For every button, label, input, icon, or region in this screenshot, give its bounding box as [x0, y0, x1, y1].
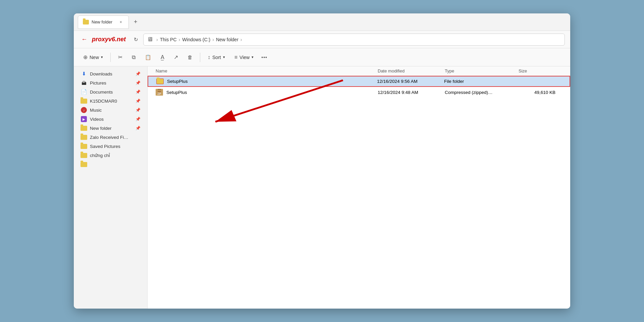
pin-icon-music: 📌 — [136, 108, 141, 112]
sidebar-item-pictures[interactable]: 🏔 Pictures 📌 — [75, 78, 146, 87]
sidebar-videos-label: Videos — [90, 117, 104, 122]
file-row-setupplus-zip[interactable]: ZIP SetupPlus 12/16/2024 9:48 AM Compres… — [148, 87, 570, 98]
rename-icon: A̲ — [161, 54, 164, 60]
sidebar: ⬇ Downloads 📌 🏔 Pictures 📌 📄 Documents — [74, 66, 148, 309]
savedpictures-folder-icon — [80, 144, 87, 149]
file-size-setupplus-zip: 49,610 KB — [519, 90, 562, 95]
sidebar-item-k15dcmar0[interactable]: K15DCMAR0 📌 — [75, 97, 146, 105]
annotation-arrow — [148, 66, 570, 309]
view-button[interactable]: ≡ View ▾ — [230, 52, 258, 62]
file-date-setupplus-folder: 12/16/2024 9:56 AM — [377, 79, 444, 84]
sidebar-item-blank[interactable] — [75, 160, 146, 169]
main-content: ⬇ Downloads 📌 🏔 Pictures 📌 📄 Documents — [74, 66, 570, 309]
breadcrumb-sep-2: › — [212, 37, 214, 42]
sidebar-item-documents[interactable]: 📄 Documents 📌 — [75, 88, 146, 96]
new-chevron-icon: ▾ — [101, 55, 103, 59]
videos-icon: ▶ — [80, 116, 87, 122]
paste-icon: 📋 — [145, 54, 151, 60]
copy-button[interactable]: ⧉ — [128, 52, 140, 62]
pin-icon-pictures: 📌 — [136, 80, 141, 85]
breadcrumb-sep-1: › — [179, 37, 180, 42]
sidebar-item-zalo[interactable]: Zalo Received Fi… — [75, 133, 146, 142]
monitor-icon: 🖥 — [147, 36, 153, 43]
tab-title: New folder — [92, 19, 112, 24]
pin-icon-downloads: 📌 — [136, 71, 141, 76]
view-chevron-icon: ▾ — [252, 55, 254, 59]
pin-icon-k15: 📌 — [136, 99, 141, 103]
k15-folder-icon — [80, 98, 87, 104]
breadcrumb-thispc[interactable]: This PC — [160, 37, 177, 42]
breadcrumb-sep-0: › — [156, 37, 158, 42]
new-tab-button[interactable]: + — [130, 17, 141, 28]
toolbar-separator-2 — [200, 53, 200, 62]
documents-icon: 📄 — [80, 89, 87, 95]
file-name-cell-zip: ZIP SetupPlus — [156, 89, 378, 96]
share-button[interactable]: ↗ — [170, 52, 182, 62]
file-type-setupplus-folder: File folder — [444, 79, 518, 84]
delete-icon: 🗑 — [187, 54, 193, 60]
pictures-icon: 🏔 — [80, 80, 87, 86]
sidebar-item-videos[interactable]: ▶ Videos 📌 — [75, 115, 146, 123]
paste-button[interactable]: 📋 — [141, 52, 155, 62]
file-date-setupplus-zip: 12/16/2024 9:48 AM — [378, 90, 445, 95]
more-icon: ••• — [261, 55, 267, 60]
tab-close-button[interactable]: × — [118, 19, 124, 25]
sidebar-k15-label: K15DCMAR0 — [90, 99, 117, 104]
new-label: New — [90, 55, 99, 60]
blank-folder-icon — [80, 162, 87, 167]
sort-icon: ↕ — [208, 54, 210, 60]
breadcrumb-windowsc[interactable]: Windows (C:) — [182, 37, 210, 42]
cut-button[interactable]: ✂ — [114, 52, 126, 62]
new-plus-icon: ⊕ — [83, 54, 88, 60]
file-explorer-window: New folder × + ← proxyv6.net ↻ 🖥 › This … — [74, 13, 570, 309]
folder-icon-setupplus — [156, 78, 164, 84]
title-bar: New folder × + — [74, 13, 570, 31]
pin-icon-videos: 📌 — [136, 117, 141, 121]
svg-rect-3 — [158, 89, 161, 90]
cut-icon: ✂ — [118, 54, 122, 60]
sidebar-savedpictures-label: Saved Pictures — [90, 144, 120, 149]
toolbar: ⊕ New ▾ ✂ ⧉ 📋 A̲ ↗ 🗑 ↕ Sort ▾ ≡ — [74, 48, 570, 66]
column-size[interactable]: Size — [519, 68, 562, 73]
rename-button[interactable]: A̲ — [157, 52, 168, 62]
refresh-icon: ↻ — [134, 37, 138, 43]
file-pane: Name Date modified Type Size SetupPlus 1… — [148, 66, 570, 309]
new-button[interactable]: ⊕ New ▾ — [79, 52, 107, 62]
sidebar-item-savedpictures[interactable]: Saved Pictures — [75, 142, 146, 151]
column-date-modified[interactable]: Date modified — [378, 68, 445, 73]
back-arrow: ← — [81, 36, 87, 43]
file-name-setupplus-zip: SetupPlus — [166, 90, 187, 95]
svg-text:ZIP: ZIP — [158, 93, 161, 95]
column-type[interactable]: Type — [445, 68, 519, 73]
sort-button[interactable]: ↕ Sort ▾ — [204, 52, 229, 62]
breadcrumb-newfolder[interactable]: New folder — [216, 37, 238, 42]
proxy-label: proxyv6.net — [92, 36, 126, 43]
sidebar-item-downloads[interactable]: ⬇ Downloads 📌 — [75, 69, 146, 78]
refresh-button[interactable]: ↻ — [131, 35, 141, 44]
sidebar-item-music[interactable]: ♪ Music 📌 — [75, 106, 146, 114]
sidebar-music-label: Music — [90, 108, 102, 113]
downloads-icon: ⬇ — [80, 71, 87, 76]
toolbar-separator-1 — [110, 53, 111, 62]
sidebar-item-newfolder[interactable]: New folder 📌 — [75, 124, 146, 132]
chungchi-folder-icon — [80, 153, 87, 158]
breadcrumb-sep-3: › — [240, 37, 242, 42]
sidebar-newfolder-label: New folder — [90, 126, 112, 131]
back-button[interactable]: ← — [79, 35, 89, 45]
delete-button[interactable]: 🗑 — [183, 52, 197, 62]
file-name-setupplus-folder: SetupPlus — [167, 79, 188, 84]
share-icon: ↗ — [174, 54, 178, 60]
copy-icon: ⧉ — [132, 54, 136, 60]
more-options-button[interactable]: ••• — [259, 52, 270, 63]
file-type-setupplus-zip: Compressed (zipped)… — [445, 90, 519, 95]
column-name[interactable]: Name — [156, 68, 378, 73]
svg-rect-4 — [158, 91, 161, 92]
zalo-folder-icon — [80, 135, 87, 140]
file-name-cell-folder: SetupPlus — [156, 78, 377, 84]
view-label: View — [239, 55, 250, 60]
file-row-setupplus-folder[interactable]: SetupPlus 12/16/2024 9:56 AM File folder — [148, 76, 570, 87]
pin-icon-documents: 📌 — [136, 90, 141, 94]
sidebar-downloads-label: Downloads — [90, 71, 112, 76]
sidebar-item-chungchi[interactable]: chứng chỉ — [75, 151, 146, 160]
tab-new-folder[interactable]: New folder × — [78, 15, 129, 29]
